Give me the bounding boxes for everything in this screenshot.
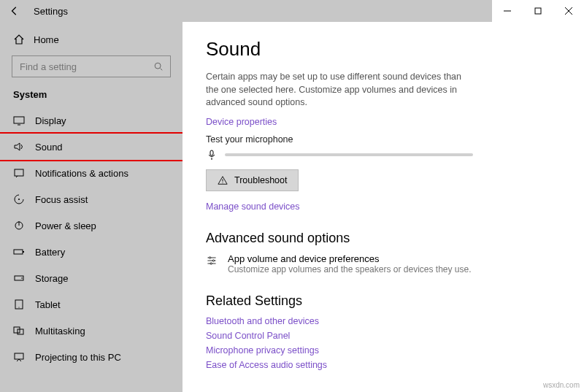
home-icon (13, 34, 25, 45)
related-heading: Related Settings (206, 293, 561, 309)
svg-line-5 (161, 69, 163, 71)
sliders-icon (206, 255, 218, 266)
svg-point-16 (21, 277, 23, 279)
sound-control-panel-link[interactable]: Sound Control Panel (206, 331, 561, 341)
sound-icon (13, 141, 25, 153)
mic-level-bar (225, 153, 473, 156)
sidebar-item-battery[interactable]: Battery (0, 239, 182, 265)
focus-assist-icon (13, 193, 25, 205)
description-text: Certain apps may be set up to use differ… (206, 71, 469, 109)
microphone-icon (206, 149, 218, 161)
maximize-button[interactable] (523, 0, 553, 22)
sidebar-item-label: Sound (35, 142, 63, 153)
sidebar-item-label: Focus assist (35, 194, 88, 205)
sidebar-item-label: Notifications & actions (35, 168, 128, 179)
close-button[interactable] (553, 0, 584, 22)
svg-rect-19 (14, 327, 20, 333)
power-icon (13, 220, 25, 231)
troubleshoot-button[interactable]: Troubleshoot (206, 169, 299, 191)
sidebar-item-label: Battery (35, 247, 65, 258)
device-properties-link[interactable]: Device properties (206, 117, 561, 127)
projecting-icon (13, 351, 25, 363)
search-input[interactable] (18, 61, 153, 73)
svg-point-28 (212, 259, 214, 261)
tablet-icon (13, 299, 25, 310)
sidebar-item-storage[interactable]: Storage (0, 265, 182, 291)
sidebar-item-label: Power & sleep (35, 220, 96, 231)
display-icon (13, 115, 25, 126)
pref-title: App volume and device preferences (228, 253, 472, 264)
mic-test-row (206, 149, 561, 161)
sidebar-item-power-sleep[interactable]: Power & sleep (0, 212, 182, 239)
page-title: Sound (206, 38, 561, 61)
sidebar-item-label: Display (35, 115, 66, 126)
minimize-button[interactable] (492, 0, 523, 22)
sidebar-item-tablet[interactable]: Tablet (0, 291, 182, 318)
advanced-heading: Advanced sound options (206, 231, 561, 246)
search-icon (153, 61, 164, 72)
titlebar: Settings (0, 0, 584, 22)
category-label: System (0, 88, 182, 107)
svg-rect-20 (18, 329, 23, 334)
sidebar-item-label: Tablet (35, 299, 61, 310)
sidebar: Home System Display Sound Notifications … (0, 22, 182, 392)
sidebar-item-projecting[interactable]: Projecting to this PC (0, 344, 182, 370)
svg-rect-14 (23, 251, 24, 253)
sidebar-item-multitasking[interactable]: Multitasking (0, 318, 182, 344)
storage-icon (13, 272, 25, 284)
ease-of-access-link[interactable]: Ease of Access audio settings (206, 360, 561, 370)
window-title: Settings (29, 6, 68, 17)
search-box[interactable] (12, 55, 171, 77)
sidebar-item-sound[interactable]: Sound (0, 134, 182, 160)
sidebar-item-display[interactable]: Display (0, 107, 182, 134)
svg-rect-21 (15, 353, 23, 359)
svg-point-18 (18, 307, 19, 307)
window-controls (492, 0, 584, 22)
sidebar-item-label: Projecting to this PC (35, 352, 121, 363)
warning-icon (217, 174, 228, 186)
home-label: Home (34, 34, 59, 45)
svg-point-24 (222, 182, 223, 182)
svg-point-26 (209, 256, 210, 258)
svg-point-10 (18, 199, 20, 200)
bluetooth-link[interactable]: Bluetooth and other devices (206, 316, 561, 326)
svg-rect-6 (14, 117, 24, 123)
home-button[interactable]: Home (0, 29, 182, 53)
svg-rect-1 (535, 8, 541, 14)
battery-icon (13, 246, 25, 258)
svg-rect-8 (15, 169, 23, 176)
sidebar-item-label: Storage (35, 273, 69, 284)
sidebar-item-notifications[interactable]: Notifications & actions (0, 160, 182, 186)
app-volume-preferences[interactable]: App volume and device preferences Custom… (206, 253, 561, 274)
back-button[interactable] (0, 0, 29, 22)
pref-subtitle: Customize app volumes and the speakers o… (228, 264, 472, 274)
troubleshoot-label: Troubleshoot (234, 175, 288, 185)
svg-point-4 (155, 63, 161, 69)
manage-sound-devices-link[interactable]: Manage sound devices (206, 201, 561, 212)
content-pane: Sound Certain apps may be set up to use … (182, 22, 584, 392)
notifications-icon (13, 167, 25, 179)
test-mic-label: Test your microphone (206, 134, 561, 145)
svg-rect-13 (14, 250, 23, 254)
mic-privacy-link[interactable]: Microphone privacy settings (206, 345, 561, 356)
multitasking-icon (13, 325, 25, 337)
watermark: wsxdn.com (543, 381, 580, 389)
sidebar-item-focus-assist[interactable]: Focus assist (0, 186, 182, 212)
svg-rect-22 (210, 150, 213, 155)
svg-point-30 (210, 262, 212, 264)
sidebar-item-label: Multitasking (35, 326, 85, 337)
